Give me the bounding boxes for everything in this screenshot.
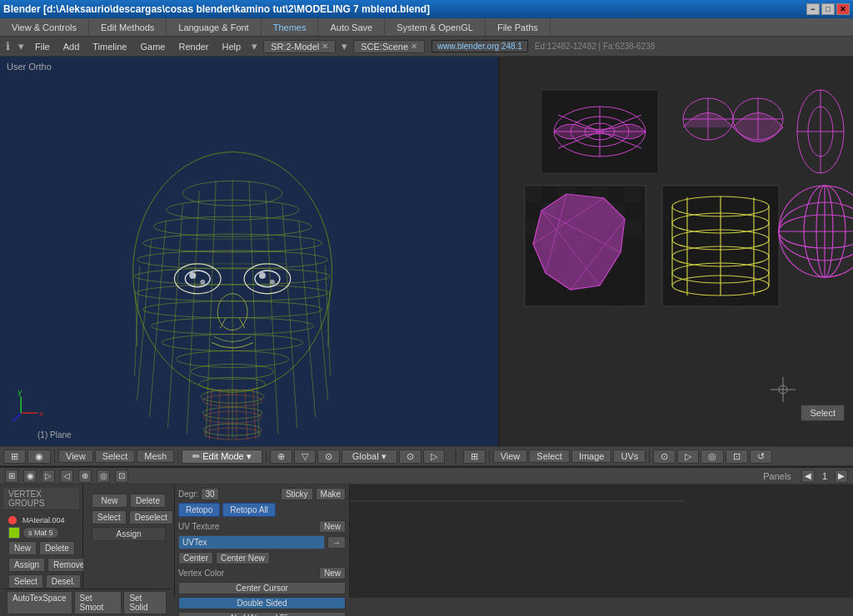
autotex-btn[interactable]: AutoTexSpace: [7, 591, 72, 614]
nav-url[interactable]: www.blender.org 248.1: [431, 40, 528, 52]
toolbar3d-mesh-btn[interactable]: Mesh: [137, 450, 174, 463]
center-cursor-btn[interactable]: Center Cursor: [178, 582, 346, 594]
vg-delete-btn[interactable]: Delete: [39, 541, 75, 555]
window-controls: − □ ✕: [806, 3, 850, 15]
center-btn[interactable]: Center: [178, 552, 213, 564]
select-overlay-btn[interactable]: Select: [801, 405, 845, 421]
toolbar-3d: ⊞ ◉ View Select Mesh ✏ Edit Mode ▾ ⊕ ▽ ⊙…: [0, 446, 853, 466]
nav-help[interactable]: Help: [217, 42, 247, 52]
vg-assign-btn[interactable]: Assign: [8, 558, 45, 572]
panels-top-bar: ⊞ ◉ ▷ ◁ ⊕ ◎ ⊡ Panels ◀ 1 ▶: [0, 466, 853, 484]
center-new-btn[interactable]: Center New: [216, 552, 270, 564]
nav-add[interactable]: Add: [58, 42, 85, 52]
panels-icon3[interactable]: ▷: [42, 469, 55, 483]
vg-deselect-btn[interactable]: Desel.: [46, 574, 81, 589]
nav-arrow2[interactable]: ▾: [249, 40, 260, 52]
toolbar3d-global-btn[interactable]: Global ▾: [342, 450, 397, 464]
panels-icon5[interactable]: ⊕: [78, 469, 92, 483]
mat-select-btn[interactable]: Select: [92, 510, 127, 524]
menu-file-paths[interactable]: File Paths: [486, 18, 551, 36]
toolbar3d-icon6[interactable]: ⊙: [399, 450, 422, 464]
viewport-3d[interactable]: User Ortho: [0, 57, 500, 446]
vg-select-btn[interactable]: Select: [8, 574, 43, 589]
panels-next[interactable]: ▶: [835, 469, 848, 483]
panels-icon1[interactable]: ⊞: [5, 469, 18, 483]
mat-delete-btn[interactable]: Delete: [130, 494, 166, 508]
center-cursor-row: Center Cursor: [178, 582, 346, 594]
toolbaruv-uvs-btn[interactable]: UVs: [613, 450, 646, 463]
mat-color-swatch[interactable]: [8, 527, 20, 539]
no-vnormal-btn[interactable]: No V.Normal Flip: [178, 612, 346, 616]
nav-timeline[interactable]: Timeline: [87, 42, 132, 52]
svg-rect-90: [625, 186, 641, 202]
toolbar3d-icon3[interactable]: ⊕: [270, 450, 292, 464]
mat-swatch-btn[interactable]: s Mat 5: [22, 527, 59, 539]
uv-input[interactable]: [178, 535, 325, 549]
viewport-uv[interactable]: Select: [500, 57, 853, 446]
retopo-row: Retopo Retopo All: [178, 503, 346, 517]
mat-new-btn[interactable]: New: [92, 494, 127, 508]
toolbar3d-icon5[interactable]: ⊙: [317, 450, 340, 464]
toolbar3d-editmode-btn[interactable]: ✏ Edit Mode ▾: [182, 450, 262, 464]
mat-deselect-btn[interactable]: Deselect: [129, 510, 173, 524]
toolbaruv-view-btn[interactable]: View: [493, 450, 528, 463]
tab-arrow[interactable]: ▾: [339, 40, 350, 52]
menu-system-opengl[interactable]: System & OpenGL: [385, 18, 486, 36]
vertex-col-new-btn[interactable]: New: [319, 567, 346, 579]
toolbaruv-icon5[interactable]: ⊡: [726, 450, 748, 464]
nav-render[interactable]: Render: [173, 42, 213, 52]
make-btn[interactable]: Make: [316, 488, 346, 500]
toolbar3d-icon1[interactable]: ⊞: [3, 450, 26, 464]
toolbar3d-icon7[interactable]: ▷: [423, 450, 445, 464]
minimize-button[interactable]: −: [806, 3, 820, 15]
mat-new-delete-row: New Delete: [92, 494, 166, 508]
panels-icon6[interactable]: ◎: [97, 469, 110, 483]
menu-edit-methods[interactable]: Edit Methods: [89, 18, 167, 36]
toolbar3d-icon4[interactable]: ▽: [294, 450, 316, 464]
tab-sr2-close[interactable]: ✕: [322, 42, 328, 51]
panels-icon7[interactable]: ⊡: [115, 469, 128, 483]
no-vnormal-row: No V.Normal Flip: [178, 612, 346, 616]
toolbaruv-select-btn[interactable]: Select: [529, 450, 570, 463]
uv-texture-label: UV Texture: [178, 522, 219, 531]
nav-arrow[interactable]: ▾: [16, 40, 27, 52]
toolbaruv-icon6[interactable]: ↺: [750, 450, 772, 464]
menu-language-font[interactable]: Language & Font: [167, 18, 261, 36]
toolbar3d-view-btn[interactable]: View: [58, 450, 93, 463]
set-smooth-btn[interactable]: Set Smoot: [74, 591, 122, 614]
close-button[interactable]: ✕: [836, 3, 850, 15]
sticky-btn[interactable]: Sticky: [281, 488, 313, 500]
toolbar3d-icon2[interactable]: ◉: [27, 450, 51, 464]
tab-sce-close[interactable]: ✕: [411, 42, 417, 51]
toolbaruv-icon4[interactable]: ◎: [701, 450, 724, 464]
menu-themes[interactable]: Themes: [262, 18, 319, 36]
panels-icon2[interactable]: ◉: [23, 469, 37, 483]
toolbar3d-select-btn[interactable]: Select: [95, 450, 136, 463]
maximize-button[interactable]: □: [821, 3, 835, 15]
toolbaruv-icon2[interactable]: ⊙: [653, 450, 676, 464]
retopo-btn[interactable]: Retopo: [178, 503, 220, 517]
menu-view-controls[interactable]: View & Controls: [0, 18, 89, 36]
panels-icon4[interactable]: ◁: [60, 469, 73, 483]
double-sided-btn[interactable]: Double Sided: [178, 597, 346, 609]
vg-new-btn[interactable]: New: [8, 541, 37, 555]
tab-sce-scene[interactable]: SCE:Scene ✕: [353, 40, 425, 53]
uv-new-btn[interactable]: New: [319, 520, 346, 533]
nav-file[interactable]: File: [30, 42, 55, 52]
main-content: User Ortho: [0, 57, 853, 446]
toolbaruv-icon3[interactable]: ▷: [677, 450, 699, 464]
mat-assign-btn[interactable]: Assign: [92, 527, 166, 541]
retopo-all-btn[interactable]: Retopo All: [222, 503, 276, 517]
menu-auto-save[interactable]: Auto Save: [318, 18, 385, 36]
tab-sr2-model[interactable]: SR:2-Model ✕: [263, 40, 336, 53]
uv-arrow-btn[interactable]: →: [327, 536, 346, 549]
separator4: [455, 450, 456, 463]
vg-select-deselect-row: Select Desel.: [8, 574, 74, 589]
set-solid-btn[interactable]: Set Solid: [123, 591, 167, 614]
subpanel-far: [350, 484, 853, 598]
nav-game[interactable]: Game: [135, 42, 170, 52]
toolbaruv-icon1[interactable]: ⊞: [463, 450, 486, 464]
panels-prev[interactable]: ◀: [801, 469, 815, 483]
toolbaruv-image-btn[interactable]: Image: [571, 450, 612, 463]
subpanel-material-slots: New Delete Select Deselect Assign: [83, 484, 175, 598]
